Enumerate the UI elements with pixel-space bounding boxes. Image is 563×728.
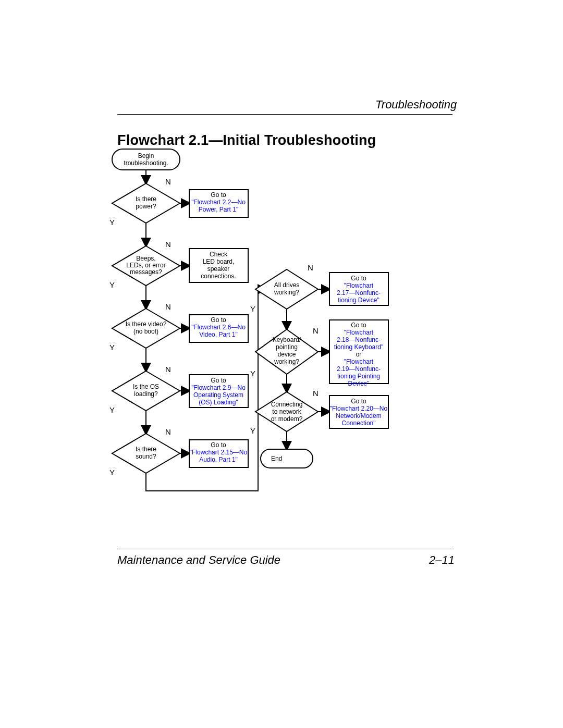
begin-l2: troubleshooting. <box>124 159 168 167</box>
link-nf-device-2[interactable]: 2.17—Nonfunc- <box>337 289 381 297</box>
begin-l1: Begin <box>138 152 154 159</box>
d-net-l3: or modem? <box>271 415 303 423</box>
goto-drives: Go to <box>351 275 366 282</box>
link-no-power-2[interactable]: Power, Part 1" <box>199 206 238 213</box>
goto-power: Go to <box>211 191 226 199</box>
link-no-video-2[interactable]: Video, Part 1" <box>199 331 237 338</box>
link-nf-ptr-4[interactable]: Device" <box>348 380 370 387</box>
n-net: N <box>313 389 319 398</box>
d-beeps-l2: LEDs, or error <box>126 262 165 269</box>
y-drives: Y <box>250 304 255 313</box>
goto-net: Go to <box>351 398 366 405</box>
link-nf-ptr-3[interactable]: tioning Pointing <box>337 373 380 380</box>
p-led-l4: connections. <box>201 273 236 280</box>
n-drives: N <box>308 263 313 272</box>
d-net-l2: to network <box>272 408 301 415</box>
goto-kbd: Go to <box>351 322 366 329</box>
d-power-l1: Is there <box>136 195 156 203</box>
goto-video: Go to <box>211 316 226 324</box>
footer-right: 2–11 <box>429 553 455 567</box>
n-kbd: N <box>313 326 319 335</box>
y-video: Y <box>109 343 115 352</box>
n-power: N <box>165 177 171 186</box>
p-led-l3: speaker <box>207 265 230 273</box>
y-sound: Y <box>109 468 115 477</box>
p-led-l2: LED board, <box>203 258 235 265</box>
d-os-l2: loading? <box>134 390 158 398</box>
link-no-net-3[interactable]: Connection" <box>342 419 376 427</box>
y-kbd: Y <box>250 369 255 378</box>
link-nf-kbd-1[interactable]: "Flowchart <box>344 329 374 336</box>
d-video-l1: Is there video? <box>126 320 167 328</box>
d-net-l1: Connecting <box>271 401 303 408</box>
header-rule <box>117 114 452 115</box>
d-power-l2: power? <box>136 203 156 210</box>
link-no-os-3[interactable]: (OS) Loading" <box>199 399 238 406</box>
link-no-audio-1[interactable]: "Flowchart 2.15—No <box>190 449 248 456</box>
d-drives-l2: working? <box>274 289 299 296</box>
n-os: N <box>165 365 171 374</box>
goto-os: Go to <box>211 377 226 384</box>
d-kbd-l2: pointing <box>276 343 298 351</box>
d-kbd-l3: device <box>278 351 296 358</box>
goto-audio: Go to <box>211 441 226 449</box>
y-os: Y <box>109 405 115 414</box>
page-title: Flowchart 2.1—Initial Troubleshooting <box>117 132 376 149</box>
n-video: N <box>165 302 171 311</box>
flowchart: Begin troubleshooting. Is there power? N… <box>104 147 459 522</box>
link-no-net-1[interactable]: "Flowchart 2.20—No <box>330 405 388 412</box>
y-power: Y <box>109 218 115 227</box>
link-no-audio-2[interactable]: Audio, Part 1" <box>199 456 238 463</box>
d-kbd-l4: working? <box>274 358 299 365</box>
n-sound: N <box>165 427 171 436</box>
link-nf-device-3[interactable]: tioning Device" <box>338 297 380 304</box>
y-beeps: Y <box>109 280 115 289</box>
link-nf-kbd-3[interactable]: tioning Keyboard" <box>334 343 383 351</box>
d-beeps-l3: messages? <box>130 268 162 276</box>
link-no-net-2[interactable]: Network/Modem <box>336 412 381 419</box>
d-sound-l2: sound? <box>136 453 156 460</box>
or-kbd: or <box>356 351 362 358</box>
d-drives-l1: All drives <box>274 281 300 289</box>
d-beeps-l1: Beeps, <box>136 255 155 262</box>
n-beeps: N <box>165 240 171 249</box>
header-section: Troubleshooting <box>375 98 457 112</box>
d-kbd-l1: Keyboard/ <box>273 336 301 343</box>
link-nf-device-1[interactable]: "Flowchart <box>344 282 374 289</box>
y-net: Y <box>250 426 255 435</box>
link-no-video-1[interactable]: "Flowchart 2.6—No <box>191 324 246 331</box>
terminator-end <box>261 449 313 468</box>
d-video-l2: (no boot) <box>133 328 158 335</box>
d-os-l1: Is the OS <box>133 383 159 390</box>
p-led-l1: Check <box>210 251 228 258</box>
link-nf-ptr-1[interactable]: "Flowchart <box>344 358 374 365</box>
d-sound-l1: Is there <box>136 446 156 453</box>
link-no-os-2[interactable]: Operating System <box>193 391 243 399</box>
link-nf-kbd-2[interactable]: 2.18—Nonfunc- <box>337 336 381 343</box>
link-nf-ptr-2[interactable]: 2.19—Nonfunc- <box>337 365 381 373</box>
link-no-power-1[interactable]: "Flowchart 2.2—No <box>191 199 246 206</box>
link-no-os-1[interactable]: "Flowchart 2.9—No <box>191 384 246 391</box>
end-label: End <box>271 455 282 462</box>
footer-rule <box>117 549 452 549</box>
footer-left: Maintenance and Service Guide <box>117 553 280 567</box>
